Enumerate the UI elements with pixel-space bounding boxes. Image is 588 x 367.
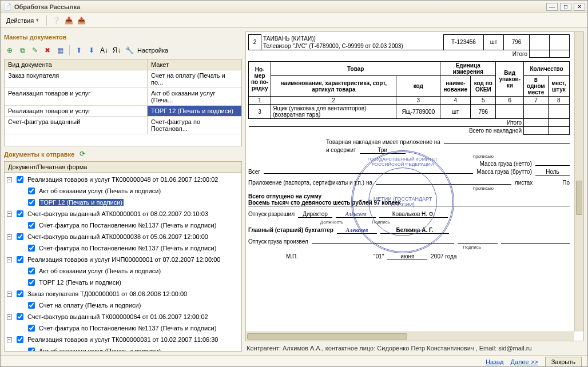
- tree-label[interactable]: Счет-фактура по Постановлению №1137 (Печ…: [39, 245, 216, 252]
- tree-checkbox[interactable]: [28, 302, 35, 309]
- delete-icon[interactable]: ✖: [43, 46, 52, 55]
- tosend-header: Документы к отправке: [4, 149, 74, 159]
- settings-label[interactable]: Настройка: [137, 47, 168, 54]
- tree-node[interactable]: −Счет-фактура выданный АТК00000001 от 08…: [7, 208, 239, 220]
- tree-checkbox[interactable]: [28, 222, 35, 229]
- tree-label[interactable]: Акт об оказании услуг (Печать и подписи): [39, 268, 161, 274]
- tree-label[interactable]: Счет на оплату (Печать и подписи): [39, 302, 141, 309]
- tree-checkbox[interactable]: [17, 233, 23, 240]
- horizontal-scrollbar[interactable]: [246, 332, 574, 341]
- copy-icon[interactable]: ⧉: [18, 46, 27, 55]
- tree-node[interactable]: −Заказ покупателя ТД000000001 от 08.06.2…: [7, 288, 239, 300]
- chevron-down-icon: ▼: [35, 18, 39, 23]
- template-layout: Акт об оказании услуг (Печа...: [148, 88, 241, 105]
- tree-child-node[interactable]: Акт об оказании услуг (Печать и подписи): [17, 265, 239, 277]
- titlebar: 📄 Обработка Рассылка — □ ✕: [1, 1, 587, 13]
- tree-child-node[interactable]: ТОРГ 12 (Печать и подписи): [17, 197, 239, 208]
- tree-checkbox[interactable]: [28, 325, 35, 332]
- col-type-header[interactable]: Вид документа: [5, 59, 148, 70]
- tree-checkbox[interactable]: [28, 245, 35, 252]
- tree-label[interactable]: Реализация товаров и услуг ТК000000048 о…: [27, 176, 218, 183]
- tree-checkbox[interactable]: [28, 199, 35, 206]
- tree-checkbox[interactable]: [17, 336, 23, 343]
- refresh-icon[interactable]: ⟳: [78, 149, 87, 158]
- counterparty-info: Контрагент: Алхимов А.А., контактное лиц…: [245, 341, 584, 352]
- tree-node[interactable]: −Реализация товаров и услуг ТК000000048 …: [7, 174, 239, 185]
- expander-icon[interactable]: −: [7, 257, 12, 262]
- tree-checkbox[interactable]: [28, 279, 35, 286]
- move-down-icon[interactable]: ⬇: [87, 46, 96, 55]
- tree-child-node[interactable]: Счет-фактура по Постановлению №1137 (Печ…: [17, 322, 239, 334]
- tree-label[interactable]: Счет-фактура по Постановлению №1137 (Печ…: [39, 222, 216, 229]
- tool-icon-2[interactable]: 📤: [77, 16, 86, 25]
- tree-label[interactable]: Счет-фактура выданный АТК00000038 от 05.…: [27, 233, 208, 240]
- tree-checkbox[interactable]: [28, 348, 35, 352]
- tree-label[interactable]: ТОРГ 12 (Печать и подписи): [39, 199, 124, 206]
- add-icon[interactable]: ⊕: [5, 46, 14, 55]
- actions-menu[interactable]: Действия ▼: [4, 16, 42, 25]
- close-button[interactable]: ✕: [574, 3, 585, 11]
- doc-table-header: Но- мер по по- рядку Товар Единица измер…: [248, 61, 570, 135]
- tree-node[interactable]: −Реализация товаров и услуг ТК000000031 …: [7, 334, 239, 345]
- tree-checkbox[interactable]: [17, 313, 23, 320]
- tree-node[interactable]: −Счет-фактура выданный АТК00000038 от 05…: [7, 231, 239, 242]
- template-layout: Счет на оплату (Печать и по...: [148, 70, 241, 87]
- tree-label[interactable]: Реализация товаров и услуг ТК000000031 о…: [27, 336, 218, 343]
- move-up-icon[interactable]: ⬆: [74, 46, 84, 55]
- tree-checkbox[interactable]: [17, 256, 23, 263]
- total-label: Всего отпущено на сумму: [248, 193, 570, 200]
- tree-checkbox[interactable]: [17, 210, 23, 217]
- tree-child-node[interactable]: Акт об оказании услуг (Печать и подписи): [17, 185, 239, 197]
- tree-label[interactable]: Счет-фактура выданный ТК000000064 от 01.…: [27, 313, 208, 320]
- tree-label[interactable]: Счет-фактура по Постановлению №1137 (Печ…: [39, 325, 216, 332]
- tree-checkbox[interactable]: [28, 188, 35, 194]
- expander-icon[interactable]: −: [7, 177, 12, 182]
- tree-label[interactable]: Реализация товаров и услуг ИЧП00000001 о…: [27, 256, 220, 263]
- tree-label[interactable]: Акт об оказании услуг (Печать и подписи): [39, 348, 161, 352]
- vertical-scrollbar[interactable]: [574, 32, 583, 332]
- tree-child-node[interactable]: Счет-фактура по Постановлению №1137 (Печ…: [17, 242, 239, 254]
- tree-child-node[interactable]: Счет на оплату (Печать и подписи): [17, 300, 239, 311]
- expander-icon[interactable]: −: [7, 337, 12, 342]
- expander-icon[interactable]: −: [7, 292, 12, 297]
- tree-label[interactable]: Акт об оказании услуг (Печать и подписи): [39, 188, 161, 194]
- app-icon: 📄: [3, 2, 12, 11]
- tree-checkbox[interactable]: [17, 290, 23, 297]
- back-button[interactable]: Назад: [486, 358, 504, 365]
- template-layout: Счет-фактура по Постановл...: [148, 117, 241, 134]
- tree-label[interactable]: ТОРГ 12 (Печать и подписи): [39, 279, 121, 286]
- document-preview[interactable]: 2 ТАИВАНЬ (КИТАИ)) Т-123456 шт 796 Телев…: [245, 31, 584, 341]
- template-row[interactable]: Счет-фактура выданныйСчет-фактура по Пос…: [5, 117, 241, 134]
- help-icon[interactable]: ❔: [51, 16, 61, 25]
- template-row[interactable]: Заказ покупателяСчет на оплату (Печать и…: [5, 70, 241, 88]
- template-row[interactable]: Реализация товаров и услугТОРГ 12 (Печат…: [5, 106, 241, 117]
- close-dialog-button[interactable]: Закрыть: [545, 357, 582, 367]
- tree-node[interactable]: −Реализация товаров и услуг ИЧП00000001 …: [7, 254, 239, 265]
- edit-icon[interactable]: ✎: [30, 46, 39, 55]
- template-row[interactable]: Реализация товаров и услугАкт об оказани…: [5, 88, 241, 106]
- tree-child-node[interactable]: Акт об оказании услуг (Печать и подписи): [17, 345, 239, 352]
- sort-asc-icon[interactable]: A↓: [100, 46, 109, 55]
- templates-header: Макеты документов: [4, 31, 242, 42]
- tree-checkbox[interactable]: [28, 268, 35, 274]
- col-layout-header[interactable]: Макет: [148, 59, 241, 70]
- expander-icon[interactable]: −: [7, 314, 12, 320]
- templates-table: Вид документа Макет Заказ покупателяСчет…: [4, 59, 242, 146]
- tree-checkbox[interactable]: [17, 176, 23, 183]
- sort-desc-icon[interactable]: Я↓: [112, 46, 121, 55]
- template-type: Реализация товаров и услуг: [5, 88, 148, 105]
- save-icon[interactable]: ▦: [55, 46, 65, 55]
- tree-header[interactable]: Документ/Печатная форма: [5, 162, 241, 173]
- next-button[interactable]: Далее >>: [511, 358, 538, 365]
- minimize-button[interactable]: —: [546, 3, 558, 11]
- expander-icon[interactable]: −: [7, 234, 12, 240]
- tree-label[interactable]: Заказ покупателя ТД000000001 от 08.06.20…: [27, 290, 187, 297]
- tree-child-node[interactable]: Счет-фактура по Постановлению №1137 (Печ…: [17, 220, 239, 231]
- tree-child-node[interactable]: ТОРГ 12 (Печать и подписи): [17, 277, 239, 288]
- expander-icon[interactable]: −: [7, 212, 12, 217]
- tool-icon-1[interactable]: 📥: [64, 16, 73, 25]
- settings-icon[interactable]: 🔧: [125, 46, 134, 55]
- tree-label[interactable]: Счет-фактура выданный АТК00000001 от 08.…: [27, 210, 208, 217]
- tree-node[interactable]: −Счет-фактура выданный ТК000000064 от 01…: [7, 311, 239, 322]
- maximize-button[interactable]: □: [560, 3, 571, 11]
